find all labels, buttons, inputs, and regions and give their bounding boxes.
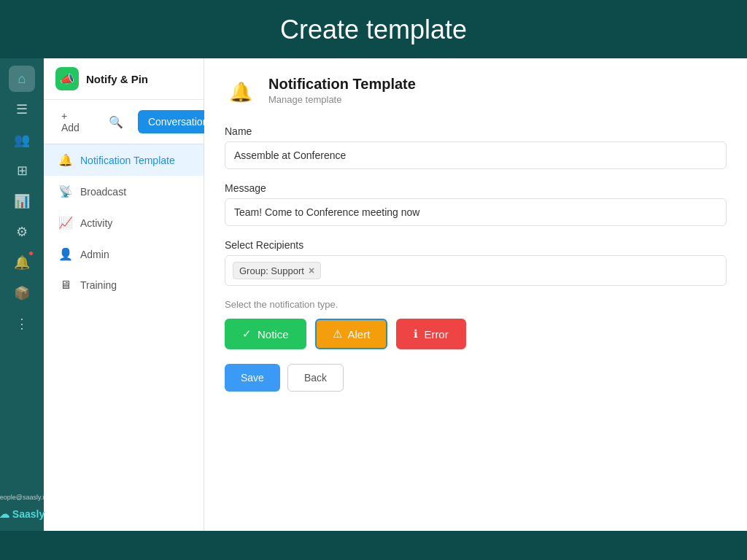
alert-warning-icon: ⚠	[333, 327, 342, 341]
message-field-group: Message	[225, 182, 727, 226]
back-button[interactable]: Back	[287, 364, 344, 392]
recipient-tag: Group: Support ×	[233, 262, 321, 279]
notice-button[interactable]: ✓ Notice	[225, 319, 306, 349]
error-info-icon: ℹ	[414, 327, 418, 341]
sidebar-item-label-notification-template: Notification Template	[80, 155, 175, 166]
recipients-field-group: Select Recipients Group: Support ×	[225, 239, 727, 286]
sidebar-item-admin[interactable]: 👤 Admin	[44, 238, 204, 270]
add-button[interactable]: + Add	[55, 107, 85, 136]
sidebar-item-label-training: Training	[80, 279, 117, 291]
section-title: Notification Template	[268, 76, 416, 93]
error-label: Error	[424, 328, 448, 341]
activity-icon: 📈	[58, 216, 73, 230]
app-icon: 📣	[55, 67, 79, 90]
name-input[interactable]	[225, 141, 727, 169]
sidebar-icon-more[interactable]: ⋮	[9, 311, 35, 337]
notification-type-label: Select the notification type.	[225, 299, 727, 310]
sidebar-icon-list[interactable]: ☰	[9, 96, 35, 122]
section-subtitle: Manage template	[268, 94, 416, 105]
icon-sidebar: ⌂ ☰ 👥 ⊞ 📊 ⚙ 🔔 📦 ⋮ people@saasly.in ☁ Saa…	[0, 58, 44, 531]
sidebar-item-label-activity: Activity	[80, 217, 112, 229]
recipients-container[interactable]: Group: Support ×	[225, 255, 727, 286]
sidebar-icon-chart[interactable]: 📊	[9, 188, 35, 214]
content-inner: 🔔 Notification Template Manage template …	[204, 58, 747, 531]
alert-label: Alert	[348, 328, 371, 341]
sidebar-item-notification-template[interactable]: 🔔 Notification Template	[44, 144, 204, 176]
sidebar-item-activity[interactable]: 📈 Activity	[44, 207, 204, 238]
message-label: Message	[225, 182, 727, 194]
sidebar-icon-box[interactable]: 📦	[9, 280, 35, 306]
sidebar-icon-home[interactable]: ⌂	[9, 66, 35, 92]
section-header: 🔔 Notification Template Manage template	[225, 76, 727, 108]
sidebar-icon-building[interactable]: ⊞	[9, 158, 35, 184]
action-buttons: Save Back	[225, 364, 727, 392]
training-icon: 🖥	[58, 279, 73, 292]
sidebar-item-broadcast[interactable]: 📡 Broadcast	[44, 176, 204, 207]
sidebar-icon-bell[interactable]: 🔔	[9, 249, 35, 276]
save-button[interactable]: Save	[225, 364, 280, 392]
conversations-label: Conversations	[148, 116, 214, 128]
app-name: Notify & Pin	[86, 73, 148, 85]
error-button[interactable]: ℹ Error	[396, 319, 465, 349]
broadcast-icon: 📡	[58, 184, 73, 198]
alert-button[interactable]: ⚠ Alert	[315, 319, 388, 349]
sidebar-icon-settings[interactable]: ⚙	[9, 219, 35, 245]
recipients-label: Select Recipients	[225, 239, 727, 251]
user-email: people@saasly.in	[0, 494, 50, 501]
bell-nav-icon: 🔔	[58, 153, 73, 167]
sidebar-item-label-broadcast: Broadcast	[80, 186, 126, 198]
brand-logo: ☁ Saasly	[0, 508, 44, 520]
admin-icon: 👤	[58, 247, 73, 261]
notice-checkmark-icon: ✓	[242, 327, 252, 341]
sidebar-item-training[interactable]: 🖥 Training	[44, 270, 204, 300]
section-icon: 🔔	[225, 76, 257, 108]
top-bar: + Add 🔍 Conversations 0	[44, 100, 204, 144]
recipient-tag-label: Group: Support	[239, 265, 304, 276]
search-icon[interactable]: 🔍	[103, 112, 129, 132]
name-field-group: Name	[225, 125, 727, 169]
notice-label: Notice	[258, 328, 289, 341]
message-input[interactable]	[225, 198, 727, 226]
sidebar-icon-users[interactable]: 👥	[9, 127, 35, 153]
content-area: 🔔 Notification Template Manage template …	[204, 58, 747, 531]
name-label: Name	[225, 125, 727, 137]
nav-sidebar: 📣 Notify & Pin + Add 🔍 Conversations 0 🔔…	[44, 58, 204, 531]
sidebar-item-label-admin: Admin	[80, 249, 109, 260]
page-title: Create template	[0, 0, 747, 58]
notification-buttons: ✓ Notice ⚠ Alert ℹ Error	[225, 319, 727, 349]
app-header: 📣 Notify & Pin	[44, 58, 204, 100]
recipient-remove-icon[interactable]: ×	[309, 265, 314, 276]
